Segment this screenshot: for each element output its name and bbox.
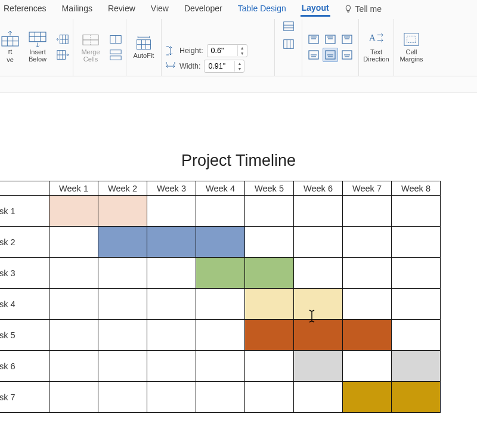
height-input[interactable] <box>207 47 237 55</box>
gantt-header-task[interactable] <box>0 181 49 196</box>
tab-table-design[interactable]: Table Design <box>237 2 287 16</box>
gantt-row[interactable]: sk 7 <box>0 382 441 413</box>
gantt-task-name[interactable]: sk 6 <box>0 351 49 382</box>
gantt-cell[interactable] <box>147 320 196 351</box>
gantt-row[interactable]: sk 6 <box>0 351 441 382</box>
gantt-cell[interactable] <box>147 258 196 289</box>
split-table-icon[interactable] <box>109 49 122 61</box>
gantt-cell[interactable] <box>147 227 196 258</box>
gantt-cell[interactable] <box>294 227 343 258</box>
gantt-cell[interactable] <box>343 258 392 289</box>
gantt-cell[interactable] <box>196 320 245 351</box>
distribute-rows-icon[interactable] <box>282 20 295 32</box>
tab-review[interactable]: Review <box>107 2 137 16</box>
tab-references[interactable]: References <box>2 2 48 16</box>
gantt-cell[interactable] <box>392 196 441 227</box>
gantt-cell[interactable] <box>196 258 245 289</box>
gantt-cell[interactable] <box>196 289 245 320</box>
gantt-task-name[interactable]: sk 4 <box>0 289 49 320</box>
align-mid-left-button[interactable] <box>306 48 321 62</box>
gantt-cell[interactable] <box>392 258 441 289</box>
gantt-cell[interactable] <box>196 196 245 227</box>
gantt-cell[interactable] <box>343 382 392 413</box>
gantt-header-week[interactable]: Week 5 <box>245 181 294 196</box>
gantt-cell[interactable] <box>343 351 392 382</box>
gantt-cell[interactable] <box>392 351 441 382</box>
autofit-button[interactable]: AutoFit <box>130 35 157 59</box>
gantt-cell[interactable] <box>147 289 196 320</box>
gantt-task-name[interactable]: sk 2 <box>0 227 49 258</box>
gantt-cell[interactable] <box>294 196 343 227</box>
gantt-header-week[interactable]: Week 8 <box>392 181 441 196</box>
gantt-cell[interactable] <box>294 351 343 382</box>
width-down[interactable]: ▼ <box>235 66 244 72</box>
gantt-cell[interactable] <box>147 382 196 413</box>
gantt-cell[interactable] <box>98 351 147 382</box>
gantt-cell[interactable] <box>98 227 147 258</box>
gantt-cell[interactable] <box>196 227 245 258</box>
gantt-cell[interactable] <box>245 258 294 289</box>
gantt-cell[interactable] <box>98 258 147 289</box>
gantt-cell[interactable] <box>392 320 441 351</box>
gantt-cell[interactable] <box>245 351 294 382</box>
gantt-cell[interactable] <box>343 320 392 351</box>
document-area[interactable]: Project Timeline Week 1Week 2Week 3Week … <box>0 93 477 413</box>
gantt-cell[interactable] <box>98 382 147 413</box>
gantt-cell[interactable] <box>49 196 98 227</box>
insert-below-button[interactable]: Insert Below <box>24 32 51 63</box>
gantt-table[interactable]: Week 1Week 2Week 3Week 4Week 5Week 6Week… <box>0 181 441 413</box>
gantt-header-week[interactable]: Week 1 <box>49 181 98 196</box>
gantt-cell[interactable] <box>98 196 147 227</box>
gantt-cell[interactable] <box>98 320 147 351</box>
align-top-center-button[interactable] <box>323 32 338 47</box>
height-down[interactable]: ▼ <box>238 51 247 56</box>
gantt-cell[interactable] <box>343 289 392 320</box>
tab-mailings[interactable]: Mailings <box>61 2 94 16</box>
gantt-task-name[interactable]: sk 3 <box>0 258 49 289</box>
gantt-cell[interactable] <box>147 351 196 382</box>
width-up[interactable]: ▲ <box>235 61 244 66</box>
gantt-cell[interactable] <box>147 196 196 227</box>
gantt-cell[interactable] <box>49 351 98 382</box>
tab-developer[interactable]: Developer <box>183 2 224 16</box>
gantt-cell[interactable] <box>245 227 294 258</box>
gantt-cell[interactable] <box>245 320 294 351</box>
cell-margins-button[interactable]: Cell Margins <box>398 32 425 63</box>
align-top-right-button[interactable] <box>339 32 355 47</box>
gantt-row[interactable]: sk 5 <box>0 320 441 351</box>
gantt-row[interactable]: sk 3 <box>0 258 441 289</box>
gantt-cell[interactable] <box>49 258 98 289</box>
gantt-cell[interactable] <box>98 289 147 320</box>
align-mid-right-button[interactable] <box>339 48 355 62</box>
gantt-cell[interactable] <box>294 289 343 320</box>
gantt-task-name[interactable]: sk 5 <box>0 320 49 351</box>
gantt-cell[interactable] <box>245 196 294 227</box>
gantt-cell[interactable] <box>392 382 441 413</box>
insert-above-button[interactable]: rt ve <box>1 31 19 63</box>
gantt-cell[interactable] <box>343 196 392 227</box>
gantt-task-name[interactable]: sk 1 <box>0 196 49 227</box>
gantt-cell[interactable] <box>294 320 343 351</box>
tell-me[interactable]: Tell me <box>343 4 382 14</box>
height-up[interactable]: ▲ <box>238 45 247 51</box>
gantt-header-week[interactable]: Week 3 <box>147 181 196 196</box>
width-spinner[interactable]: ▲▼ <box>204 60 244 73</box>
gantt-task-name[interactable]: sk 7 <box>0 382 49 413</box>
gantt-cell[interactable] <box>343 227 392 258</box>
split-cells-icon[interactable] <box>109 33 122 45</box>
tab-layout[interactable]: Layout <box>301 2 330 17</box>
gantt-cell[interactable] <box>245 289 294 320</box>
gantt-cell[interactable] <box>49 382 98 413</box>
insert-right-icon[interactable] <box>56 49 69 61</box>
gantt-row[interactable]: sk 1 <box>0 196 441 227</box>
gantt-cell[interactable] <box>196 382 245 413</box>
gantt-cell[interactable] <box>196 351 245 382</box>
distribute-cols-icon[interactable] <box>282 38 295 50</box>
gantt-header-week[interactable]: Week 4 <box>196 181 245 196</box>
align-mid-center-button[interactable] <box>323 48 338 62</box>
gantt-header-week[interactable]: Week 7 <box>343 181 392 196</box>
gantt-cell[interactable] <box>49 320 98 351</box>
gantt-cell[interactable] <box>294 258 343 289</box>
gantt-header-week[interactable]: Week 2 <box>98 181 147 196</box>
gantt-cell[interactable] <box>294 382 343 413</box>
